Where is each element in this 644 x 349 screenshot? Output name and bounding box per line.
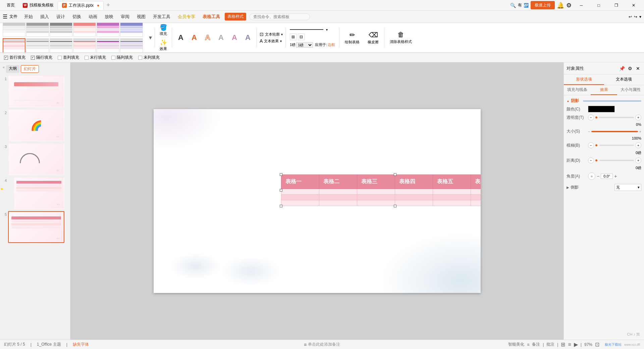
search-input[interactable] — [250, 13, 310, 20]
transparency-minus-btn[interactable]: − — [588, 114, 594, 120]
settings-icon[interactable]: ⚙ — [566, 2, 572, 9]
menu-animation[interactable]: 动画 — [85, 12, 101, 21]
border-line-dropdown[interactable]: ▾ — [326, 28, 328, 32]
text-style-red[interactable]: A — [188, 32, 200, 44]
table-header-6[interactable]: 表格六 — [471, 175, 481, 189]
rp-subtab-size[interactable]: 大小与属性 — [617, 85, 644, 95]
blur-slider[interactable] — [599, 145, 634, 146]
cb-first-col[interactable]: 首列填充 — [58, 55, 79, 60]
table-style-2[interactable] — [26, 23, 49, 37]
handle-bl[interactable] — [280, 205, 282, 207]
slide-thumb-5[interactable]: 5 xXx — [1, 211, 69, 243]
table-header-2[interactable]: 表格二 — [319, 175, 357, 189]
table-wrapper[interactable]: 💡 表格一 表格二 表格三 表格四 表格五 表格六 — [281, 174, 481, 206]
table-cell-1-5[interactable] — [433, 189, 471, 195]
cb-first-col-box[interactable] — [58, 56, 62, 60]
table-cell-3-2[interactable] — [319, 200, 357, 206]
table-cell-3-5[interactable] — [433, 200, 471, 206]
border-box-icon[interactable]: ⊞ — [290, 34, 297, 40]
menu-table-style[interactable]: 表格样式 — [225, 13, 246, 20]
panel-outline-btn[interactable]: 大纲 — [6, 65, 19, 73]
table-style-11[interactable] — [97, 38, 119, 53]
eraser-button[interactable]: ⌫ 橡皮擦 — [365, 30, 381, 46]
cb-last-row-box[interactable] — [85, 56, 89, 60]
reflection-dropdown[interactable]: 无 ▾ — [614, 184, 641, 191]
blur-minus-btn[interactable]: − — [588, 142, 594, 148]
table-cell-1-2[interactable] — [319, 189, 357, 195]
slideshow-btn[interactable]: ▶ — [574, 341, 578, 348]
smart-beautify-label[interactable]: 智能美化 — [508, 342, 524, 347]
angle-dial[interactable]: ○ — [588, 172, 595, 180]
distance-minus-btn[interactable]: − — [588, 157, 594, 163]
menu-slideshow[interactable]: 放映 — [101, 12, 117, 21]
effect-button[interactable]: ✨ 效果 — [158, 38, 169, 52]
text-effect-dropdown[interactable]: ▾ — [280, 39, 282, 43]
shadow-color-picker[interactable] — [588, 106, 615, 112]
tab-template[interactable]: W 找模板免模板 — [19, 1, 58, 9]
table-style-5[interactable] — [97, 23, 119, 37]
upload-button[interactable]: 极速上传 — [531, 1, 555, 9]
cb-alt-col-box[interactable] — [111, 56, 115, 60]
minimize-button[interactable]: ─ — [574, 0, 589, 11]
reflection-expand-icon[interactable]: ▶ — [567, 186, 569, 189]
fill-button[interactable]: 🪣 填充 — [158, 23, 169, 37]
border-width-select[interactable]: 1磅 2磅 3磅 — [296, 42, 313, 48]
transparency-plus-btn[interactable]: + — [635, 114, 641, 120]
pin-icon[interactable]: 📌 — [619, 65, 625, 72]
table-cell-1-4[interactable] — [395, 189, 433, 195]
table-header-3[interactable]: 表格三 — [357, 175, 395, 189]
restore-button[interactable]: ❐ — [608, 0, 624, 11]
table-cell-1-1[interactable] — [281, 189, 319, 195]
slide-thumb-1[interactable]: 1 xXx — [1, 76, 69, 107]
table-cell-2-2[interactable] — [319, 195, 357, 200]
text-effect-button[interactable]: A 文本效果 ▾ — [260, 38, 283, 44]
menu-view[interactable]: 视图 — [133, 12, 149, 21]
menu-design[interactable]: 设计 — [53, 12, 68, 21]
cb-last-col[interactable]: 末列填充 — [138, 55, 160, 60]
table-style-4[interactable] — [73, 23, 96, 37]
angle-dash-minus[interactable]: − — [597, 173, 599, 179]
size-slider[interactable] — [591, 131, 638, 132]
clear-style-button[interactable]: 🗑 清除表格样式 — [387, 30, 415, 46]
rp-settings-icon[interactable]: ⚙ — [627, 65, 633, 72]
slide-table[interactable]: 表格一 表格二 表格三 表格四 表格五 表格六 — [281, 174, 481, 206]
new-tab-btn[interactable]: + — [104, 2, 113, 9]
text-style-black[interactable]: A — [175, 32, 187, 44]
text-outline-dropdown[interactable]: ▾ — [281, 33, 283, 36]
menu-review[interactable]: 审阅 — [117, 12, 133, 21]
cb-alt-col[interactable]: 隔列填充 — [111, 55, 133, 60]
table-cell-3-4[interactable] — [395, 200, 433, 206]
table-style-6[interactable] — [120, 23, 143, 37]
text-style-purple[interactable]: A — [242, 32, 254, 44]
cb-first-row-box[interactable] — [4, 56, 8, 60]
slide-thumb-3[interactable]: 3 xXx — [1, 143, 69, 175]
distance-slider[interactable] — [599, 160, 634, 161]
text-style-outline[interactable]: A — [202, 32, 214, 44]
notes-placeholder[interactable]: 单击此处添加备注 — [308, 342, 340, 347]
shadow-size-plus[interactable]: + — [639, 130, 641, 134]
tab-home[interactable]: 首页 — [3, 1, 19, 9]
text-style-gray[interactable]: A — [215, 32, 227, 44]
handle-bm[interactable] — [394, 205, 396, 207]
handle-tm[interactable] — [394, 173, 396, 176]
angle-input[interactable] — [601, 173, 613, 179]
menu-developer[interactable]: 开发工具 — [150, 12, 174, 21]
undo-icon[interactable]: ↩ — [629, 14, 632, 19]
styles-more-btn[interactable]: ▾ — [149, 34, 152, 41]
text-style-pink[interactable]: A — [228, 32, 240, 44]
panel-slide-btn[interactable]: 幻灯片 — [21, 65, 39, 73]
redo-icon[interactable]: ↪ — [634, 14, 637, 19]
tab-file[interactable]: P 工作演示.pptx ● — [58, 1, 104, 10]
handle-tl[interactable] — [280, 173, 282, 176]
maximize-button[interactable]: □ — [591, 0, 606, 11]
table-cell-3-6[interactable] — [471, 200, 481, 206]
notes-btn[interactable]: 备注 — [532, 342, 540, 347]
table-style-7[interactable] — [3, 38, 25, 53]
table-cell-2-3[interactable] — [357, 195, 395, 200]
hamburger-icon[interactable]: ☰ — [3, 13, 7, 20]
table-header-5[interactable]: 表格五 — [433, 175, 471, 189]
text-outline-button[interactable]: ⊡ 文本轮廓 ▾ — [260, 32, 283, 37]
file-menu[interactable]: 文件 — [9, 14, 17, 19]
slide-thumb-4[interactable]: 4 ★ xXx — [1, 177, 69, 209]
table-style-9[interactable] — [50, 38, 72, 53]
